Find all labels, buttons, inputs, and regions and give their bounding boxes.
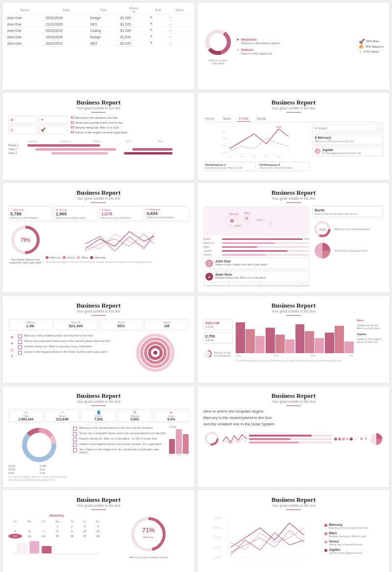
- neptune-desc: Neptune is the farthest planet: [241, 42, 279, 45]
- nav-tab-profile[interactable]: Profile: [237, 116, 251, 122]
- col-more: More: [168, 5, 192, 15]
- svg-text:35,000: 35,000: [214, 517, 221, 520]
- report-subtitle: Your great subtitle in this line: [203, 400, 384, 403]
- legend-venus: Venus Venus has a beautiful name: [324, 540, 384, 546]
- title-divider: [286, 202, 301, 203]
- title-divider: [91, 112, 106, 113]
- donut-note: To modify this graph, click on it, follo…: [8, 475, 70, 481]
- slide-report-bars: Business Report Your great subtitle in t…: [197, 295, 390, 384]
- col-amount: Amount: [119, 5, 148, 15]
- avatar: A: [205, 273, 213, 281]
- small-gauge: 70%: [203, 345, 213, 363]
- svg-text:Mars: Mars: [245, 211, 250, 214]
- svg-text:Mercury: Mercury: [143, 536, 154, 539]
- bullet-2: Mercury is the closest planet to the Sun: [203, 416, 384, 420]
- svg-point-22: [230, 219, 234, 223]
- svg-text:Mercury: Mercury: [230, 212, 239, 215]
- svg-point-39: [153, 351, 157, 355]
- svg-text:500: 500: [222, 130, 227, 132]
- svg-text:Mar: Mar: [253, 156, 257, 158]
- title-divider: [286, 405, 301, 406]
- check-item: Venus has a beautiful name and is the se…: [73, 432, 166, 436]
- report-subtitle: Your great subtitle in this line: [8, 400, 189, 403]
- legend-item: Venus: [63, 256, 75, 259]
- check-item: Jupiter is the biggest planet in the Sol…: [73, 442, 166, 447]
- svg-text:200: 200: [222, 152, 227, 155]
- nav-tab-home[interactable]: Home: [203, 116, 217, 122]
- svg-rect-54: [42, 546, 51, 553]
- total-stat: ⊙ Total 1,560,184: [8, 409, 43, 422]
- calendar-row: 1234: [8, 524, 104, 529]
- slide-table: Name Date Task Amount Edit More John Doe…: [2, 2, 195, 90]
- small-donut: 70%: [313, 219, 332, 239]
- title-divider: [91, 202, 106, 203]
- earth-desc: Earth is the planet where we live on: [315, 212, 382, 215]
- world-map: Mercury Mars Jupiter Saturn: [203, 206, 310, 235]
- saturn-label: Saturn: [241, 48, 272, 52]
- mars-label: Mars: [357, 319, 384, 322]
- mars-desc: Despite being red, Mars is a cold place: [357, 324, 384, 330]
- mercury-inbox-desc: Mercury is the closest to the Sun: [315, 140, 382, 143]
- svg-text:71%: 71%: [142, 526, 155, 534]
- slide-report-gantt: Business Report Your great subtitle in t…: [2, 92, 195, 181]
- jupiter-label: Jupiter: [357, 333, 384, 336]
- report-subtitle: Your great subtitle in this line: [8, 504, 189, 507]
- gantt-row: Task 1: [8, 148, 189, 151]
- legend-item: ✦ 21% Saturn: [359, 50, 384, 54]
- month-labels: January February March April May: [28, 140, 189, 143]
- multi-line-chart: [46, 224, 189, 254]
- nav-tab-speak[interactable]: Speak: [254, 116, 268, 122]
- legend-item: 🚀 33% Mars: [359, 39, 384, 44]
- donut-label: Mercury is the smallest planet: [334, 228, 370, 231]
- icon-1: ♡: [355, 437, 358, 441]
- calendar-row: 12131415161718: [8, 534, 104, 539]
- slide-report-totals: Business Report Your great subtitle in t…: [2, 386, 195, 488]
- report-subtitle: Your great subtitle in this line: [203, 310, 384, 313]
- chart-note: To modify this graph, click on it, follo…: [46, 260, 189, 263]
- svg-text:Apr: Apr: [265, 156, 269, 158]
- report-title: Business Report: [203, 302, 384, 310]
- check-item: Despite being red, Mars is actually a ve…: [18, 345, 119, 349]
- check-item: Jupiter is the biggest planet in the Sol…: [18, 350, 119, 355]
- report-title: Business Report: [203, 392, 384, 400]
- legend-item: Mercury: [46, 256, 61, 259]
- report-title: Business Report: [203, 189, 384, 197]
- title-divider: [91, 509, 106, 510]
- svg-text:20,000: 20,000: [214, 546, 221, 549]
- nav-tabs: Home Tasks Profile Speak: [203, 116, 384, 122]
- avatar: ♃: [315, 148, 320, 154]
- stat-card: ✦ Mars 1,678 Mars is a very cold place: [99, 206, 144, 221]
- profile-card: J John Doe Saturn is the ringed one and …: [203, 258, 310, 269]
- social-stat: Income 521,400: [54, 319, 98, 330]
- highlight-card: $23,798 subtitle: [203, 319, 233, 330]
- saturn-desc: Saturn is the ringed one: [241, 52, 272, 55]
- gantt-row: Task 2: [8, 152, 189, 155]
- earth-title: Earth: [315, 208, 382, 212]
- legend-jupiter: Jupiter Jupiter is the biggest planet: [324, 548, 384, 554]
- line-chart: 500 400 300 200 $461 Jan Feb Mar Apr Mar: [203, 124, 310, 158]
- title-divider: [91, 405, 106, 406]
- svg-text:15,000: 15,000: [214, 556, 221, 559]
- jupiter-inbox-desc: It's the biggest planet of them all: [322, 152, 361, 155]
- stat-card: ≡ Neptune 4,834 Neptune is the farthest: [145, 206, 189, 221]
- profile-name: John Doe: [215, 260, 267, 263]
- slide-report-chart-inbox: Business Report Your great subtitle in t…: [197, 92, 390, 181]
- stat-card: ♡ Mercury 5,789 Mercury is the smallest: [8, 206, 52, 221]
- col-name: Name: [5, 5, 44, 15]
- svg-point-24: [245, 217, 248, 220]
- table-row: Jane Doe15/02/2020Design$1,529✎···: [5, 34, 192, 40]
- gauge-desc: Mercury is the smallest planet: [129, 556, 168, 559]
- chart-label: Chart: [169, 425, 189, 428]
- report-title: Business Report: [8, 302, 189, 310]
- report-subtitle: Your great subtitle in this line: [8, 106, 189, 110]
- nav-tab-tasks[interactable]: Tasks: [220, 116, 233, 122]
- total-stat: 👤 Users 7,992: [81, 409, 116, 422]
- bullet-3: and the smallest one in the Solar System: [203, 422, 384, 426]
- avatar: J: [205, 260, 213, 267]
- check-item: Mercury is the smallest planet and close…: [18, 334, 119, 338]
- report-subtitle: Your great subtitle in this line: [203, 106, 384, 110]
- profile-card: A Alain Noer Despite being red, Mars is …: [203, 271, 310, 283]
- profile-text: Despite being red, Mars is a cold place: [215, 276, 266, 279]
- perf2-desc: Venus has a beautiful name: [260, 166, 308, 169]
- calendar-chart: [8, 539, 104, 558]
